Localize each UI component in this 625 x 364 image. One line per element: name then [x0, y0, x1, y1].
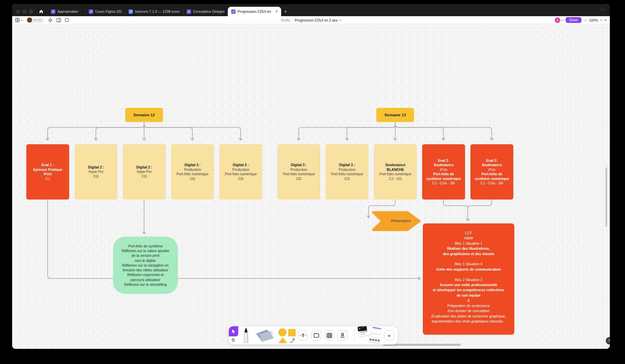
browser-tab[interactable]: Cours Figma 2023 [85, 7, 125, 16]
marker-tool[interactable] [239, 327, 253, 343]
tab-title: Ionicons 7.1.0 — 1338 icons pack (C [135, 9, 180, 13]
text-line: CCF [465, 231, 472, 236]
week-13-label[interactable]: Semaine 13 [376, 108, 414, 122]
sticky-paper-tool[interactable] [253, 328, 277, 342]
ccf-box[interactable]: CCFValideBloc 1 Situation 1Réaliser des … [423, 223, 514, 335]
text-line: Production [290, 168, 307, 172]
chevron-down-icon [561, 19, 564, 21]
timer-widget[interactable]: ★ 03:00 [26, 17, 44, 23]
minimize-window-icon[interactable] [23, 10, 26, 13]
diagram-card[interactable]: Digital 3 :ProductionPort-folio numériqu… [326, 144, 369, 200]
share-button[interactable]: Share [566, 17, 581, 23]
add-tool-button[interactable]: + [384, 330, 394, 340]
text-line: Port-folio numérique [331, 172, 363, 177]
home-button[interactable] [37, 7, 46, 16]
section-tool[interactable] [311, 330, 321, 340]
text-line: Bloc 2 Situation 2 [455, 277, 483, 282]
select-tool[interactable] [229, 326, 239, 344]
diagram-card[interactable]: Digital 3 :ProductionPort-folio numériqu… [171, 144, 214, 200]
text-line: Valide [464, 236, 473, 241]
account-menu[interactable]: C [555, 18, 563, 23]
browser-overflow-menu[interactable]: ⋯ [601, 7, 610, 13]
text-line: Port-folio de [482, 172, 502, 177]
figjam-canvas[interactable]: Semaine 12 Semaine 13 Eval 1 :Epreuve Pr… [12, 24, 610, 349]
zoom-in-button[interactable]: + [604, 18, 607, 23]
timer-avatar: ★ [27, 18, 32, 23]
browser-window: AppropriationCours Figma 2023Ionicons 7.… [12, 4, 610, 349]
close-window-icon[interactable] [16, 10, 20, 13]
diagram-card[interactable]: Digital 2 :Hype ProCG [75, 144, 117, 200]
diagram-card[interactable]: Digital 3 :ProductionPort-folio numériqu… [219, 144, 262, 200]
close-tab-icon[interactable]: × [275, 9, 278, 13]
stamp-tool[interactable] [337, 330, 348, 340]
diagram-card[interactable]: Eval 1 :Epreuve PratiquePrintCJ [26, 144, 69, 200]
triangle-shape-icon [278, 337, 287, 343]
cursor-icon [232, 329, 236, 334]
text-line: & [467, 298, 470, 303]
tab-title: Concepteur Designer UI [193, 9, 224, 13]
diagram-card[interactable]: Digital 3 :ProductionPort-folio numériqu… [277, 144, 320, 200]
diagram-card[interactable]: Digital 2 :Hype ProCG [123, 144, 166, 200]
maximize-window-icon[interactable] [29, 10, 33, 13]
browser-tab[interactable]: Appropriation [48, 7, 85, 16]
week-12-label[interactable]: Semaine 12 [125, 108, 163, 122]
text-line: CG [93, 174, 99, 179]
chevron-down-icon[interactable] [339, 19, 342, 21]
presentation-label: Présentation [384, 219, 418, 223]
text-line: des graphismes et des visuels [443, 251, 494, 256]
text-line: synthèse numérique [426, 177, 461, 181]
text-line: Bloc 1 Situation 4 [455, 262, 483, 267]
page-title[interactable]: Progression CDUI en 2 ans [295, 18, 338, 22]
template-thumbnail [371, 326, 382, 334]
text-line: Port-folio numérique [379, 172, 411, 177]
sparkle-icon[interactable] [48, 18, 53, 23]
text-line: synthèse numérique [474, 177, 509, 181]
browser-tab-active[interactable]: Progression CDUI en 2 ans× [228, 7, 281, 16]
star-icon: ★ [30, 21, 33, 24]
breadcrumb: Drafts / Progression CDUI en 2 ans [281, 18, 341, 22]
comment-icon[interactable] [65, 18, 69, 22]
zoom-level[interactable]: 100% [589, 18, 598, 22]
text-line: CG [142, 174, 147, 179]
text-line: Digital 2 : [136, 165, 152, 170]
stamp-icon [340, 333, 345, 338]
diagram-card[interactable]: Eval 2:Soutenanced"unPort-folio desynthè… [470, 144, 513, 200]
text-line: Print [44, 172, 52, 177]
zoom-out-button[interactable]: − [584, 18, 587, 23]
table-tool[interactable] [324, 330, 334, 340]
vertical-scrollbar[interactable] [605, 168, 607, 226]
template-chips-thumbnail [369, 337, 380, 343]
diagram-card[interactable]: SoutenanceBLANCHEPort-folio numériqueCJ … [374, 144, 417, 200]
green-note[interactable]: Port-folio de synthèseRéflexion sur la v… [113, 237, 178, 294]
text-line: Port-folio de [433, 172, 454, 177]
square-shape-icon [288, 329, 296, 336]
connector-arrow-icon [289, 337, 297, 343]
avatar: C [555, 18, 560, 23]
browser-tab[interactable]: Concepteur Designer UI [183, 7, 228, 16]
main-menu-button[interactable] [15, 18, 23, 22]
text-line: Assurer une veille professionnelle [440, 282, 497, 287]
text-line: Digital 3 : [233, 163, 249, 168]
layout-grid-icon[interactable] [56, 18, 61, 22]
paper-stack-icon [254, 328, 276, 342]
browser-tab[interactable]: Ionicons 7.1.0 — 1338 icons pack (C [125, 7, 183, 16]
text-line: Production [338, 168, 355, 172]
zoom-controls: − 100% + [584, 18, 607, 23]
breadcrumb-root[interactable]: Drafts [281, 18, 290, 22]
chevron-down-icon[interactable] [600, 19, 603, 21]
text-line: Digital 3 : [339, 163, 355, 168]
select-tool-active-tile [229, 326, 238, 336]
hand-tool-icon[interactable] [231, 337, 236, 342]
new-tab-button[interactable]: + [281, 7, 290, 16]
text-line: Eval 1 : [42, 163, 54, 168]
text-tool-icon: T [302, 333, 304, 338]
templates-tool[interactable] [358, 326, 383, 344]
text-tool[interactable]: T [298, 330, 308, 340]
text-line [468, 272, 469, 277]
diagram-card[interactable]: Eval 2:Soutenanced"unPort-folio desynthè… [422, 144, 465, 200]
window-controls [12, 7, 37, 16]
text-cursor-dot [305, 335, 306, 336]
text-line: d'un dossier de conception [447, 308, 490, 313]
text-line: Bloc 1 Situation 1 [455, 241, 483, 246]
shapes-tool[interactable] [277, 326, 291, 344]
